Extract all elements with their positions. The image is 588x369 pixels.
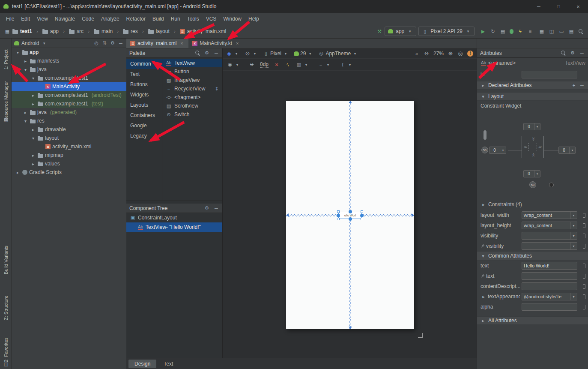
infer-constraints-icon[interactable] [285, 62, 291, 68]
search-everywhere-icon[interactable] [578, 29, 584, 34]
minimize-button[interactable] [529, 0, 549, 13]
hide-panel-icon[interactable] [213, 50, 219, 56]
layout-height-select[interactable]: wrap_content▾ [522, 222, 577, 229]
menu-view[interactable]: View [33, 13, 51, 24]
hide-panel-icon[interactable] [579, 50, 585, 56]
build-hammer-icon[interactable] [376, 28, 382, 34]
constraint-widget-box[interactable]: ≫ ≪ ≫ ≪ [522, 136, 544, 158]
palette-category-text[interactable]: Text [126, 69, 162, 79]
resource-flag-icon[interactable] [583, 234, 585, 238]
run-configuration-select[interactable]: app [385, 27, 416, 36]
tree-item-java-generated[interactable]: ▸java(generated) [12, 108, 126, 117]
breadcrumb-test1[interactable]: test1 [12, 28, 32, 34]
menu-help[interactable]: Help [245, 13, 263, 24]
settings-gear-icon[interactable] [204, 50, 210, 56]
design-mode-select[interactable] [226, 51, 239, 57]
layout-width-select[interactable]: wrap_content▾ [522, 211, 577, 219]
sdk-manager-icon[interactable] [568, 28, 574, 34]
menu-build[interactable]: Build [149, 13, 167, 24]
hide-panel-icon[interactable] [118, 40, 124, 46]
tree-item-values[interactable]: ▸values [12, 159, 126, 168]
breadcrumb-main[interactable]: main [94, 28, 113, 34]
chevron-open-icon[interactable]: ▾ [15, 50, 21, 55]
align-select[interactable] [318, 62, 331, 68]
tree-item-drawable[interactable]: ▸drawable [12, 125, 126, 134]
margin-right-select[interactable]: 0▾ [558, 147, 576, 154]
text-input[interactable]: Hello World! [522, 262, 577, 270]
chevron-open-icon[interactable]: ▾ [30, 136, 36, 141]
device-select[interactable]: Pixel 2 API 29 [418, 27, 475, 36]
alpha-input[interactable] [522, 303, 577, 311]
breadcrumb-activity-main-xml[interactable]: activity_main.xml [180, 28, 226, 34]
download-icon[interactable] [214, 86, 220, 92]
warning-badge[interactable] [467, 51, 473, 57]
margin-bottom-select[interactable]: 0▾ [523, 170, 540, 177]
run-button[interactable] [480, 28, 486, 34]
view-options-select[interactable] [227, 62, 240, 68]
design-canvas[interactable]: ello Worl [223, 71, 477, 358]
palette-category-widgets[interactable]: Widgets [126, 90, 162, 100]
add-attribute-icon[interactable] [571, 82, 577, 88]
menu-tools[interactable]: Tools [184, 13, 203, 24]
search-icon[interactable] [195, 50, 200, 56]
tree-item-java[interactable]: ▾java [12, 65, 126, 74]
declared-attributes-section[interactable]: Declared Attributes [477, 81, 588, 90]
palette-category-legacy[interactable]: Legacy [126, 131, 162, 141]
search-icon[interactable] [561, 50, 566, 56]
constraints-section[interactable]: Constraints (4) [477, 199, 588, 210]
menu-analyze[interactable]: Analyze [98, 13, 123, 24]
project-structure-icon[interactable] [539, 28, 545, 34]
autoconnect-icon[interactable] [249, 62, 255, 68]
resize-handle-se[interactable] [361, 218, 363, 220]
palette-category-buttons[interactable]: Buttons [126, 79, 162, 90]
zoom-fit-icon[interactable] [457, 51, 463, 57]
tree-item-gradle-scripts[interactable]: ▸Gradle Scripts [12, 168, 126, 177]
tree-item-mipmap[interactable]: ▸mipmap [12, 151, 126, 159]
tool-tab-resource-manager[interactable]: Resource Manager [0, 81, 12, 122]
all-attributes-section[interactable]: All Attributes [477, 316, 588, 325]
chevron-closed-icon[interactable]: ▸ [30, 153, 36, 158]
visibility-select[interactable]: ▾ [522, 232, 577, 240]
chevron-closed-icon[interactable]: ▸ [30, 127, 36, 132]
palette-item-imageview[interactable]: ImageView [162, 76, 222, 84]
resource-flag-icon[interactable] [583, 244, 585, 249]
remove-attribute-icon[interactable] [579, 82, 585, 88]
palette-item-scrollview[interactable]: ScrollView [162, 102, 222, 110]
selected-textview-widget[interactable]: ello Worl [338, 212, 362, 219]
settings-gear-icon[interactable] [570, 50, 576, 56]
tree-item-app[interactable]: ▾app [12, 48, 126, 57]
margin-top-select[interactable]: 0▾ [523, 123, 540, 130]
constraint-widget[interactable]: 0▾ 0▾ 0▾ 0▾ ≫ ≪ ≫ ≪ 50 50 [477, 111, 588, 199]
menu-run[interactable]: Run [167, 13, 184, 24]
tree-item-res[interactable]: ▾res [12, 117, 126, 125]
breadcrumb-src[interactable]: src [69, 28, 84, 34]
resource-flag-icon[interactable] [583, 223, 585, 228]
chevron-closed-icon[interactable]: ▸ [30, 162, 36, 166]
menu-refactor[interactable]: Refactor [123, 13, 149, 24]
breadcrumb-res[interactable]: res [123, 28, 138, 34]
api-version-select[interactable]: 29 [294, 51, 313, 57]
settings-gear-icon[interactable] [204, 205, 210, 211]
profiler-icon[interactable] [500, 28, 506, 34]
tree-item-activity-main-xml[interactable]: activity_main.xml [12, 142, 126, 151]
chevron-closed-icon[interactable]: ▸ [23, 59, 28, 63]
constraint-anchor-left[interactable] [337, 214, 340, 217]
menu-navigate[interactable]: Navigate [51, 13, 78, 24]
palette-category-containers[interactable]: Containers [126, 110, 162, 120]
device-in-editor-select[interactable]: Pixel [263, 51, 289, 57]
constraint-anchor-top[interactable] [349, 210, 352, 213]
tree-item-package-test[interactable]: ▸com.example.test1(test) [12, 99, 126, 108]
palette-item-switch[interactable]: Switch [162, 110, 222, 119]
menu-code[interactable]: Code [78, 13, 98, 24]
default-margin-select[interactable]: 0dp [260, 61, 269, 68]
tool-tab-build-variants[interactable]: Build Variants [0, 239, 12, 280]
chevron-closed-icon[interactable]: ▸ [30, 93, 36, 98]
project-view-selector[interactable]: Android [21, 40, 39, 46]
canvas-resize-handle[interactable] [418, 333, 423, 338]
content-description-input[interactable] [522, 282, 577, 290]
collapse-all-icon[interactable] [101, 40, 107, 46]
menu-window[interactable]: Window [220, 13, 245, 24]
common-attributes-section[interactable]: Common Attributes [477, 251, 588, 261]
tree-item-package-androidtest[interactable]: ▸com.example.test1(androidTest) [12, 91, 126, 99]
horizontal-bias-value[interactable]: 50 [529, 181, 536, 188]
